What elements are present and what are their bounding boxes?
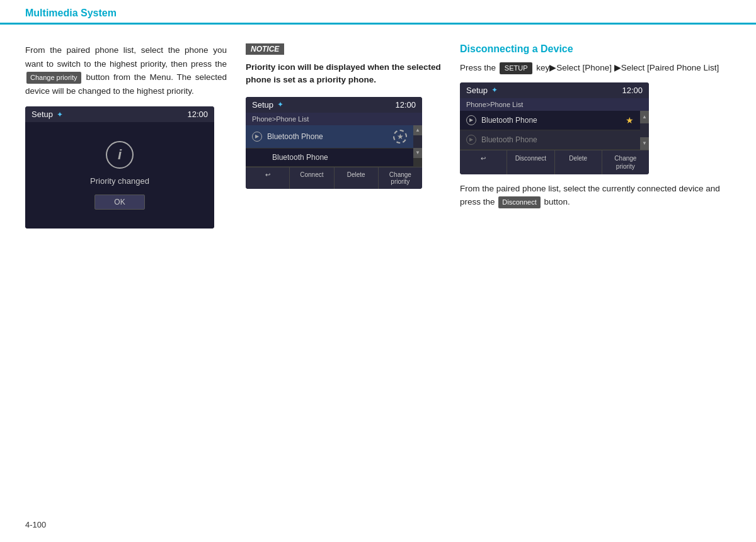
screen3-scrollbar: ▲ ▼: [640, 111, 649, 150]
right-column: Disconnecting a Device Press the SETUP k…: [460, 43, 731, 229]
scroll-up-3[interactable]: ▲: [640, 111, 649, 123]
change-line1: Change: [614, 155, 636, 162]
screen2-time: 12:00: [395, 100, 416, 110]
middle-column: NOTICE Priority icon will be displayed w…: [246, 43, 441, 229]
header-title: Multimedia System: [25, 8, 117, 19]
screen-mockup-3: Setup ✦ 12:00 Phone>Phone List ▶ Bluetoo…: [460, 82, 649, 174]
right-description-top: Press the SETUP key▶Select [Phone] ▶Sele…: [460, 61, 731, 75]
scroll-down-btn[interactable]: ▼: [413, 148, 422, 158]
section-title: Disconnecting a Device: [460, 43, 731, 55]
right-desc-2: key: [536, 63, 549, 72]
right-arrow-1: ▶: [549, 63, 556, 72]
left-column: From the paired phone list, select the p…: [25, 43, 227, 229]
scroll-track: [413, 135, 422, 148]
right-arrow-2: ▶: [614, 63, 621, 72]
info-icon-circle: i: [106, 141, 134, 169]
screen-mockup-2: Setup ✦ 12:00 Phone>Phone List ▶ Bluetoo…: [246, 97, 422, 189]
delete-button-3[interactable]: Delete: [555, 150, 602, 174]
screen2-subheader: Phone>Phone List: [246, 113, 422, 125]
screen3-item2-label: Bluetooth Phone: [481, 135, 537, 144]
notice-text: Priority icon will be displayed when the…: [246, 61, 441, 87]
screen1-time: 12:00: [187, 110, 208, 119]
screen1-body: i Priority changed OK: [25, 122, 214, 229]
connect-button[interactable]: Connect: [290, 167, 334, 189]
change-line2: priority: [616, 163, 635, 170]
play-icon-3b: ▶: [466, 135, 476, 145]
right-desc-4: Select [Paired Phone List]: [621, 63, 719, 72]
right-desc-3: Select [Phone]: [556, 63, 612, 72]
bluetooth-icon-3: ✦: [491, 86, 498, 94]
setup-badge: SETUP: [500, 62, 533, 75]
disconnect-badge: Disconnect: [498, 196, 540, 209]
left-desc-1: From the paired phone list, select the p…: [25, 45, 227, 69]
screen2-scrollbar: ▲ ▼: [413, 125, 422, 167]
screen3-item-2[interactable]: ▶ Bluetooth Phone: [460, 130, 640, 150]
change-priority-button-2[interactable]: Change priority: [379, 167, 422, 189]
left-description: From the paired phone list, select the p…: [25, 43, 227, 98]
screen3-title: Setup: [466, 86, 488, 95]
info-char: i: [118, 147, 122, 163]
screen2-item2-label: Bluetooth Phone: [272, 153, 328, 162]
screen-mockup-1: Setup ✦ 12:00 i Priority changed OK: [25, 106, 214, 229]
priority-changed-text: Priority changed: [90, 176, 149, 186]
change-priority-button-3[interactable]: Change priority: [602, 150, 649, 174]
screen3-list-items: ▶ Bluetooth Phone ★ ▶ Bluetooth Phone: [460, 111, 640, 150]
screen1-header: Setup ✦ 12:00: [25, 106, 214, 122]
back-button-3[interactable]: ↩: [460, 150, 507, 174]
screen3-list-row: ▶ Bluetooth Phone ★ ▶ Bluetooth Phone ▲ …: [460, 111, 649, 150]
screen2-item-1[interactable]: ▶ Bluetooth Phone ★: [246, 125, 413, 149]
scroll-up-btn[interactable]: ▲: [413, 125, 422, 135]
screen2-title: Setup: [252, 100, 273, 110]
scroll-down-3[interactable]: ▼: [640, 137, 649, 150]
screen2-footer: ↩ Connect Delete Change priority: [246, 167, 422, 189]
play-icon-3: ▶: [466, 115, 476, 125]
page-header: Multimedia System: [0, 0, 756, 25]
notice-label: NOTICE: [246, 43, 284, 55]
screen2-list-items: ▶ Bluetooth Phone ★ Bluetooth Phone: [246, 125, 413, 167]
bluetooth-icon-2: ✦: [277, 100, 284, 109]
screen3-item1-label: Bluetooth Phone: [481, 116, 537, 125]
bluetooth-icon-1: ✦: [57, 110, 63, 119]
screen3-item-1[interactable]: ▶ Bluetooth Phone ★: [460, 111, 640, 130]
play-icon-1: ▶: [252, 132, 262, 142]
main-content: From the paired phone list, select the p…: [0, 25, 756, 229]
screen3-footer: ↩ Disconnect Delete Change priority: [460, 150, 649, 174]
screen2-header: Setup ✦ 12:00: [246, 97, 422, 113]
right-description-bottom: From the paired phone list, select the c…: [460, 182, 731, 209]
scroll-track-3: [640, 123, 649, 137]
right-after-2: button.: [544, 197, 570, 206]
ok-button[interactable]: OK: [94, 195, 144, 210]
page-footer: 4-100: [25, 520, 46, 529]
right-desc-1: Press the: [460, 63, 496, 72]
back-button-2[interactable]: ↩: [246, 167, 290, 189]
screen1-title: Setup: [32, 110, 53, 119]
change-priority-inline-btn: Change priority: [26, 72, 81, 84]
star-filled-icon: ★: [626, 115, 634, 125]
screen2-item1-label: Bluetooth Phone: [267, 132, 323, 141]
star-dashed-icon: ★: [393, 130, 407, 144]
screen3-header: Setup ✦ 12:00: [460, 82, 649, 98]
screen1-header-left: Setup ✦: [32, 110, 63, 119]
page-number: 4-100: [25, 520, 46, 529]
screen3-subheader: Phone>Phone List: [460, 98, 649, 111]
screen3-time: 12:00: [622, 86, 643, 95]
delete-button-2[interactable]: Delete: [335, 167, 379, 189]
screen2-item-2[interactable]: Bluetooth Phone: [246, 149, 413, 167]
disconnect-button[interactable]: Disconnect: [507, 150, 554, 174]
screen2-list-row: ▶ Bluetooth Phone ★ Bluetooth Phone ▲ ▼: [246, 125, 422, 167]
